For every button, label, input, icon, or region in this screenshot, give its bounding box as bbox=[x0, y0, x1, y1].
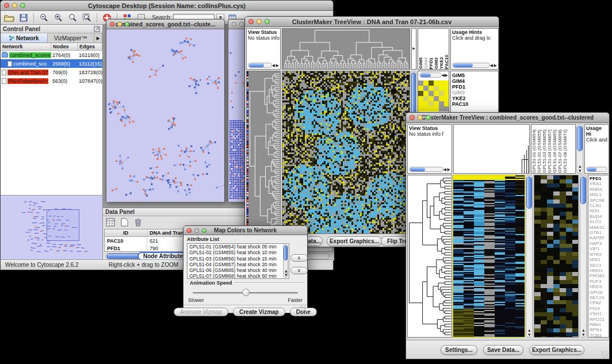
close-button[interactable] bbox=[248, 19, 254, 24]
tv1-column-label[interactable]: YKE2 bbox=[439, 57, 444, 69]
tv2-gene-label[interactable]: RPO21 bbox=[590, 317, 609, 322]
tv2-gene-label[interactable]: PAN1 bbox=[590, 322, 609, 327]
tv2-gene-label[interactable]: TCB3 bbox=[590, 333, 609, 338]
network-tree-row[interactable]: DNA and Tran 07769(0)183728(0) bbox=[1, 68, 102, 76]
tv1-hints-scrollbar[interactable] bbox=[452, 63, 490, 68]
treeview2-titlebar[interactable]: ClusterMaker TreeView : combined_scores_… bbox=[406, 113, 609, 123]
tv2-labels-scrollbar[interactable]: ▲ ▼ bbox=[576, 124, 583, 174]
minimize-button[interactable] bbox=[257, 19, 262, 24]
network-name-cell[interactable]: DNA and Tran 07 bbox=[1, 68, 51, 76]
attribute-item[interactable]: GPL51-07 (GSM868) heat shock 60 min bbox=[188, 273, 289, 279]
tv2-gene-label[interactable]: CLN1 bbox=[590, 203, 609, 208]
float-panel-icon[interactable] bbox=[94, 26, 100, 32]
animation-speed-slider[interactable] bbox=[193, 292, 298, 294]
scroll-down-icon[interactable]: ▼ bbox=[528, 333, 531, 336]
tv1-gene-label[interactable]: PAC10 bbox=[452, 101, 497, 107]
col-nodes[interactable]: Nodes bbox=[51, 43, 78, 50]
tv2-gene-label[interactable]: VIP1 bbox=[590, 246, 609, 251]
minimize-button[interactable] bbox=[117, 22, 122, 26]
tv2-gene-label[interactable]: SEC24 bbox=[590, 295, 609, 300]
scroll-down-icon[interactable]: ▼ bbox=[285, 273, 288, 277]
tv1-column-label[interactable]: PAC10 bbox=[444, 55, 449, 69]
network-tree-row[interactable]: RNAPuberNov2+563(0)107847(0) bbox=[1, 76, 102, 85]
tv2-gene-label[interactable]: PHO81 bbox=[590, 273, 609, 278]
tv2-gene-label[interactable]: GTB1 bbox=[590, 230, 609, 235]
open-file-button[interactable] bbox=[3, 12, 16, 24]
minimize-button[interactable] bbox=[12, 3, 17, 8]
tab-network[interactable]: Network bbox=[1, 33, 48, 43]
zoom-button[interactable] bbox=[125, 22, 129, 26]
resize-grip[interactable] bbox=[601, 351, 609, 358]
minimize-button[interactable] bbox=[418, 115, 423, 120]
tv2-zoom-heatmap[interactable] bbox=[534, 175, 579, 338]
treeview1-titlebar[interactable]: ClusterMaker TreeView : DNA and Tran 07-… bbox=[245, 17, 499, 27]
network-name-cell[interactable]: combined_sco bbox=[1, 59, 51, 68]
tv1-status-scrollbar[interactable] bbox=[248, 63, 272, 68]
tv2-array-label[interactable]: GPL51-01 (GSM854) bbox=[531, 129, 537, 173]
minimize-button[interactable] bbox=[239, 22, 244, 26]
scroll-left-icon[interactable]: ◀ bbox=[272, 63, 275, 68]
tv2-gene-label[interactable]: SPC98 bbox=[590, 198, 609, 203]
network-tree-row[interactable]: combined_sco2569(6)13112(15) bbox=[1, 59, 102, 68]
attribute-item[interactable]: GPL51-01 (GSM854) heat shock 05 min bbox=[188, 244, 289, 250]
tv2-gene-label[interactable]: PUF3 bbox=[590, 279, 609, 284]
scroll-up-icon[interactable]: ▲ bbox=[582, 328, 585, 332]
tab-vizmapper[interactable]: VizMapper™ bbox=[48, 33, 95, 43]
tv1-column-label[interactable]: GIM3 bbox=[434, 58, 439, 69]
settings-button[interactable]: Settings... bbox=[441, 345, 477, 355]
tv2-zoom-vscrollbar[interactable]: ▲ ▼ bbox=[580, 175, 587, 338]
zoom-button[interactable] bbox=[20, 3, 25, 8]
tv2-gene-label[interactable]: NTR2 bbox=[590, 252, 609, 257]
tv2-gene-label[interactable]: BUD4 bbox=[590, 214, 609, 219]
scroll-right-icon[interactable]: ▶ bbox=[494, 63, 497, 68]
move-down-button[interactable]: ∨ bbox=[290, 267, 308, 274]
tv1-column-label[interactable]: GIM5 bbox=[418, 58, 423, 69]
scrollbar-thumb[interactable] bbox=[577, 126, 583, 151]
tv2-gene-label[interactable]: HRD3 bbox=[590, 284, 609, 289]
zoom-button[interactable] bbox=[202, 228, 206, 233]
close-button[interactable] bbox=[4, 3, 9, 8]
attribute-item[interactable]: GPL51-03 (GSM856) heat shock 15 min bbox=[188, 256, 289, 262]
zoom-fit-icon[interactable] bbox=[81, 12, 93, 24]
tv2-gene-label[interactable]: YRA1 bbox=[590, 181, 609, 186]
tv2-gene-list[interactable]: PFD1YRA1RNR4MSL1SPC98CLN1NIS1BUD4ELG1MAK… bbox=[588, 175, 609, 338]
scrollbar-thumb[interactable] bbox=[284, 246, 288, 260]
network-graph-canvas[interactable] bbox=[106, 29, 224, 202]
tv2-heatmap[interactable] bbox=[453, 175, 525, 338]
scroll-left-icon[interactable]: ◀ bbox=[443, 167, 446, 172]
scroll-up-icon[interactable]: ▲ bbox=[579, 164, 582, 168]
main-titlebar[interactable]: Cytoscape Desktop (Session Name: collins… bbox=[1, 1, 333, 11]
dialog-titlebar[interactable]: Map Colors to Network bbox=[183, 226, 307, 235]
network-tree-row[interactable]: combined_scores2764(0)16218(0) bbox=[1, 51, 102, 59]
export-graphics-button[interactable]: Export Graphics... bbox=[529, 345, 584, 355]
scroll-up-icon[interactable]: ▲ bbox=[528, 328, 531, 332]
scrollbar-thumb[interactable] bbox=[526, 177, 532, 209]
tv2-array-labels[interactable]: GPL51-01 (GSM854)GPL51-02 (GSM855)GPL51-… bbox=[531, 124, 576, 174]
tv2-hints-scrollbar[interactable] bbox=[586, 167, 607, 172]
new-attribute-icon[interactable] bbox=[118, 216, 131, 228]
tv2-array-label[interactable]: GPL51-07 (GSM868) bbox=[557, 129, 563, 173]
tv2-gene-label[interactable]: SEC1 bbox=[590, 263, 609, 268]
tv1-column-dendrogram[interactable] bbox=[282, 28, 410, 70]
tv1-gene-label[interactable]: GIM5 bbox=[452, 72, 497, 78]
close-button[interactable] bbox=[110, 22, 114, 26]
scroll-right-icon[interactable]: ▶ bbox=[276, 63, 279, 68]
close-button[interactable] bbox=[410, 115, 415, 120]
tv1-column-label[interactable]: GIM4 bbox=[423, 58, 429, 69]
close-button[interactable] bbox=[187, 228, 192, 233]
tv2-gene-label[interactable]: RPN1 bbox=[590, 327, 609, 332]
tab-overflow-arrow[interactable]: ▶ bbox=[94, 33, 102, 43]
tv1-gene-label[interactable]: GIM4 bbox=[452, 78, 497, 84]
tv1-gene-label[interactable]: YKE2 bbox=[452, 95, 497, 101]
tv1-row-dendrogram[interactable] bbox=[246, 71, 281, 234]
tv2-array-label[interactable]: GPL51-08 (GSM872) bbox=[563, 129, 568, 173]
slider-thumb[interactable] bbox=[242, 289, 250, 296]
tv2-gene-label[interactable]: MAK31 bbox=[590, 225, 609, 230]
network-name-cell[interactable]: combined_scores bbox=[1, 51, 51, 59]
tv2-gene-label[interactable]: NIS1 bbox=[590, 208, 609, 213]
tv2-gene-label[interactable]: RNR4 bbox=[590, 187, 609, 192]
move-up-button[interactable]: ∧ bbox=[290, 254, 308, 262]
tv2-column-dendrogram[interactable] bbox=[453, 124, 530, 174]
tv1-gene-label[interactable]: PFD1 bbox=[452, 84, 497, 90]
tv1-splitter[interactable]: ▶ bbox=[411, 28, 416, 70]
